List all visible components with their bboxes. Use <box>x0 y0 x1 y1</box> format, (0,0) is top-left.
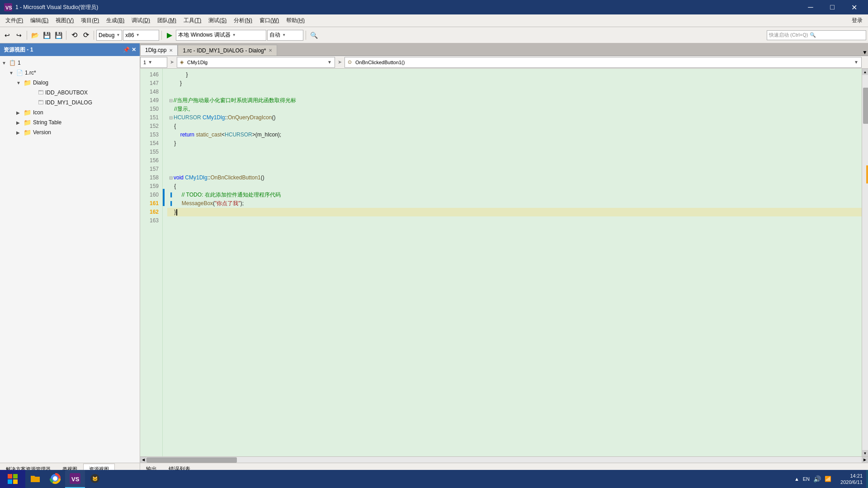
redo-btn[interactable]: ↪ <box>14 30 24 41</box>
minimize-button[interactable]: ─ <box>800 0 821 14</box>
line-158: 158 <box>140 174 162 182</box>
platform-dropdown[interactable]: x86 ▼ <box>123 30 159 41</box>
undo2-btn[interactable]: ⟲ <box>69 30 80 41</box>
line-num-value: 1 <box>143 60 146 65</box>
tree-item-solution[interactable]: ▼ 📋 1 <box>0 58 140 68</box>
scroll-down-btn[interactable]: ▼ <box>862 450 868 456</box>
code-line-153: return static_cast < HCURSOR >( m_hIcon … <box>167 131 862 139</box>
network-icon: 📶 <box>825 476 831 482</box>
menu-view[interactable]: 视图(V) <box>52 15 77 26</box>
menu-debug[interactable]: 调试(D) <box>128 15 154 26</box>
tab-1rc-close[interactable]: ✕ <box>269 48 272 53</box>
redo2-btn[interactable]: ⟳ <box>80 30 91 41</box>
menu-project[interactable]: 项目(P) <box>77 15 103 26</box>
search-icon: 🔍 <box>810 32 816 38</box>
breakpoint-arrow: ▼ <box>282 33 286 37</box>
scroll-thumb[interactable] <box>863 88 868 124</box>
collapse-146[interactable] <box>169 70 170 79</box>
build-config-dropdown[interactable]: Debug ▼ <box>96 30 122 41</box>
close-button[interactable]: ✕ <box>844 0 864 14</box>
save-btn[interactable]: 💾 <box>41 30 52 41</box>
volume-icon[interactable]: 🔊 <box>813 475 821 483</box>
space-154 <box>169 139 170 148</box>
saveall-btn[interactable]: 💾 <box>53 30 64 41</box>
sep3 <box>94 31 94 40</box>
tree-item-icon-folder[interactable]: ▶ 📁 Icon <box>0 108 140 117</box>
horizontal-scrollbar[interactable]: ◀ ▶ <box>140 456 868 463</box>
svg-rect-5 <box>13 479 18 484</box>
space-152 <box>169 122 170 131</box>
run-target-arrow: ▼ <box>232 33 236 37</box>
tree-item-idd-aboutbox[interactable]: 🗔 IDD_ABOUTBOX <box>0 88 140 98</box>
menu-edit[interactable]: 编辑(E) <box>27 15 52 26</box>
tab-1dlg-cpp[interactable]: 1Dlg.cpp ✕ <box>140 45 178 56</box>
class-icon: ◈ <box>180 59 184 65</box>
indicator-160: ▐ <box>169 191 172 199</box>
show-desktop-btn[interactable] <box>866 470 868 488</box>
space-159 <box>169 182 170 191</box>
tree-item-rc[interactable]: ▼ 📄 1.rc* <box>0 68 140 78</box>
code-line-163 <box>167 216 862 225</box>
line-161: 161 <box>140 199 162 208</box>
scroll-left-btn[interactable]: ◀ <box>140 457 146 463</box>
line-162: 162 <box>140 208 162 216</box>
tree-item-dialog-folder[interactable]: ▼ 📁 Dialog <box>0 78 140 88</box>
collapse-149-btn[interactable]: ⊟ <box>169 96 173 105</box>
tab-scroll-btn[interactable]: ▼ <box>862 49 868 56</box>
menu-team[interactable]: 团队(M) <box>154 15 180 26</box>
class-nav-arrow: ▼ <box>327 60 332 65</box>
taskbar-items: VS 🐱 <box>25 470 791 488</box>
vertical-scrollbar[interactable]: ▲ ▼ <box>862 69 868 456</box>
stringtable-folder-label: String Table <box>33 119 61 126</box>
expand-version-icon: ▶ <box>16 130 24 135</box>
menu-file[interactable]: 文件(F) <box>2 15 27 26</box>
space-156 <box>169 156 170 165</box>
icon-folder-label: Icon <box>33 109 43 116</box>
run-target-dropdown[interactable]: 本地 Windows 调试器 ▼ <box>176 30 266 41</box>
quick-launch-input[interactable]: 快速启动 (Ctrl+Q) 🔍 <box>767 30 866 40</box>
open-btn[interactable]: 📂 <box>29 30 40 41</box>
menu-help[interactable]: 帮助(H) <box>283 15 308 26</box>
taskbar-explorer[interactable] <box>25 470 45 488</box>
code-nav-bar: 1 ▼ ➤ ◈ CMy1Dlg ▼ ➤ ⊙ OnBnClickedButton1… <box>140 56 868 69</box>
tab-1rc-dialog[interactable]: 1.rc - IDD_MY1_DIALOG - Dialog* ✕ <box>178 45 277 56</box>
code-lines[interactable]: } } ⊟ //当用户拖动最小化窗口时系统调用此函数取得光标 <box>165 69 862 456</box>
sidebar-close-btn[interactable]: ✕ <box>132 47 136 53</box>
breakpoint-dropdown[interactable]: 自动 ▼ <box>267 30 303 41</box>
menu-build[interactable]: 生成(B) <box>103 15 128 26</box>
code-line-160: ▐ // TODO: 在此添加控件通知处理程序代码 <box>167 191 862 199</box>
menu-analyze[interactable]: 分析(N) <box>230 15 256 26</box>
solution-label: 1 <box>18 60 21 66</box>
menu-tools[interactable]: 工具(T) <box>180 15 205 26</box>
h-scroll-thumb[interactable] <box>146 457 237 463</box>
taskbar-chrome[interactable] <box>45 470 65 488</box>
method-nav-dropdown[interactable]: ⊙ OnBnClickedButton1() ▼ <box>344 57 862 68</box>
line-160: 160 <box>140 191 162 199</box>
version-folder-icon: 📁 <box>24 129 31 136</box>
tree-item-stringtable-folder[interactable]: ▶ 📁 String Table <box>0 117 140 127</box>
start-button[interactable] <box>0 470 25 488</box>
search-btn[interactable]: 🔍 <box>308 30 319 41</box>
restore-button[interactable]: □ <box>822 0 843 14</box>
scroll-right-btn[interactable]: ▶ <box>862 457 868 463</box>
collapse-158-btn[interactable]: ⊟ <box>169 174 173 182</box>
taskbar-vs[interactable]: VS <box>65 470 85 488</box>
collapse-151-btn[interactable]: ⊟ <box>169 113 173 122</box>
scroll-up-btn[interactable]: ▲ <box>862 69 868 75</box>
tree-item-idd-my1dialog[interactable]: 🗔 IDD_MY1_DIALOG <box>0 98 140 108</box>
sidebar-pin-btn[interactable]: 📌 <box>123 47 130 53</box>
run-btn[interactable]: ▶ <box>164 30 175 41</box>
line-num-dropdown[interactable]: 1 ▼ <box>140 57 167 68</box>
taskbar-other[interactable]: 🐱 <box>85 470 105 488</box>
undo-btn[interactable]: ↩ <box>2 30 13 41</box>
tree-item-version-folder[interactable]: ▶ 📁 Version <box>0 127 140 137</box>
code-line-148 <box>167 88 862 96</box>
tab-1dlg-cpp-close[interactable]: ✕ <box>169 48 173 53</box>
code-line-155 <box>167 148 862 156</box>
class-nav-dropdown[interactable]: ◈ CMy1Dlg ▼ <box>177 57 335 68</box>
dialog-folder-icon: 📁 <box>24 79 31 86</box>
taskbar-clock[interactable]: 14:21 2020/6/11 <box>837 473 866 486</box>
menu-signin[interactable]: 登录 <box>848 15 866 26</box>
menu-test[interactable]: 测试(S) <box>205 15 230 26</box>
menu-window[interactable]: 窗口(W) <box>256 15 283 26</box>
